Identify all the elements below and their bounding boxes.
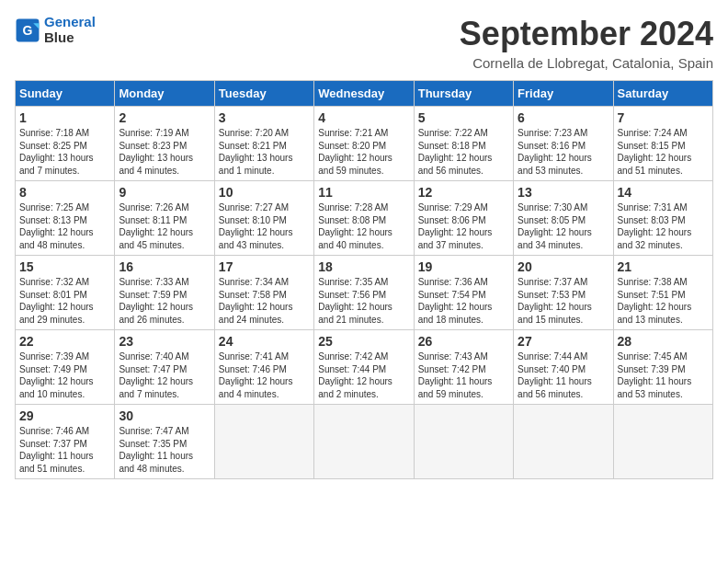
calendar-day-cell: 20Sunrise: 7:37 AMSunset: 7:53 PMDayligh…	[514, 256, 613, 330]
day-number: 21	[618, 259, 709, 274]
day-number: 20	[518, 259, 609, 274]
day-number: 15	[19, 259, 110, 274]
calendar-day-cell: 23Sunrise: 7:40 AMSunset: 7:47 PMDayligh…	[115, 330, 214, 405]
day-info: Sunrise: 7:24 AMSunset: 8:15 PMDaylight:…	[618, 127, 709, 177]
calendar-day-cell: 29Sunrise: 7:46 AMSunset: 7:37 PMDayligh…	[16, 405, 115, 479]
day-info: Sunrise: 7:30 AMSunset: 8:05 PMDaylight:…	[518, 201, 609, 251]
day-info: Sunrise: 7:42 AMSunset: 7:44 PMDaylight:…	[318, 350, 409, 400]
day-info: Sunrise: 7:35 AMSunset: 7:56 PMDaylight:…	[318, 276, 409, 326]
day-info: Sunrise: 7:20 AMSunset: 8:21 PMDaylight:…	[219, 127, 310, 177]
day-number: 22	[19, 334, 110, 349]
day-number: 26	[418, 334, 509, 349]
day-number: 29	[19, 408, 110, 423]
day-info: Sunrise: 7:25 AMSunset: 8:13 PMDaylight:…	[19, 201, 110, 251]
weekday-header-row: SundayMondayTuesdayWednesdayThursdayFrid…	[16, 81, 713, 107]
day-info: Sunrise: 7:37 AMSunset: 7:53 PMDaylight:…	[518, 276, 609, 326]
day-info: Sunrise: 7:28 AMSunset: 8:08 PMDaylight:…	[318, 201, 409, 251]
day-info: Sunrise: 7:46 AMSunset: 7:37 PMDaylight:…	[19, 425, 110, 475]
day-number: 19	[418, 259, 509, 274]
calendar-day-cell: 11Sunrise: 7:28 AMSunset: 8:08 PMDayligh…	[314, 181, 414, 256]
day-number: 6	[518, 110, 609, 125]
calendar-day-cell: 7Sunrise: 7:24 AMSunset: 8:15 PMDaylight…	[613, 107, 712, 181]
day-info: Sunrise: 7:21 AMSunset: 8:20 PMDaylight:…	[318, 127, 409, 177]
calendar-day-cell: 14Sunrise: 7:31 AMSunset: 8:03 PMDayligh…	[613, 181, 712, 256]
day-number: 9	[119, 185, 210, 200]
calendar-day-cell	[514, 405, 613, 479]
weekday-header-cell: Wednesday	[314, 81, 414, 107]
day-info: Sunrise: 7:44 AMSunset: 7:40 PMDaylight:…	[518, 350, 609, 400]
day-number: 17	[219, 259, 310, 274]
day-info: Sunrise: 7:40 AMSunset: 7:47 PMDaylight:…	[119, 350, 210, 400]
day-info: Sunrise: 7:39 AMSunset: 7:49 PMDaylight:…	[19, 350, 110, 400]
calendar-day-cell: 2Sunrise: 7:19 AMSunset: 8:23 PMDaylight…	[115, 107, 214, 181]
day-info: Sunrise: 7:29 AMSunset: 8:06 PMDaylight:…	[418, 201, 509, 251]
weekday-header-cell: Tuesday	[214, 81, 313, 107]
day-info: Sunrise: 7:22 AMSunset: 8:18 PMDaylight:…	[418, 127, 509, 177]
calendar-day-cell: 18Sunrise: 7:35 AMSunset: 7:56 PMDayligh…	[314, 256, 414, 330]
day-number: 10	[219, 185, 310, 200]
calendar-week-row: 22Sunrise: 7:39 AMSunset: 7:49 PMDayligh…	[16, 330, 713, 405]
day-number: 27	[518, 334, 609, 349]
day-info: Sunrise: 7:38 AMSunset: 7:51 PMDaylight:…	[618, 276, 709, 326]
logo: G General Blue	[15, 15, 96, 45]
day-info: Sunrise: 7:31 AMSunset: 8:03 PMDaylight:…	[618, 201, 709, 251]
calendar-week-row: 29Sunrise: 7:46 AMSunset: 7:37 PMDayligh…	[16, 405, 713, 479]
calendar-day-cell: 27Sunrise: 7:44 AMSunset: 7:40 PMDayligh…	[514, 330, 613, 405]
day-number: 25	[318, 334, 409, 349]
calendar-day-cell: 17Sunrise: 7:34 AMSunset: 7:58 PMDayligh…	[214, 256, 313, 330]
day-number: 2	[119, 110, 210, 125]
calendar-day-cell: 1Sunrise: 7:18 AMSunset: 8:25 PMDaylight…	[16, 107, 115, 181]
month-title: September 2024	[460, 15, 713, 53]
day-number: 4	[318, 110, 409, 125]
day-number: 30	[119, 408, 210, 423]
svg-text:G: G	[23, 22, 33, 37]
logo-icon: G	[15, 17, 40, 43]
calendar-table: SundayMondayTuesdayWednesdayThursdayFrid…	[15, 80, 713, 479]
calendar-day-cell	[214, 405, 313, 479]
calendar-day-cell: 4Sunrise: 7:21 AMSunset: 8:20 PMDaylight…	[314, 107, 414, 181]
calendar-week-row: 8Sunrise: 7:25 AMSunset: 8:13 PMDaylight…	[16, 181, 713, 256]
logo-text-general: General	[44, 14, 96, 29]
day-info: Sunrise: 7:34 AMSunset: 7:58 PMDaylight:…	[219, 276, 310, 326]
calendar-day-cell	[414, 405, 513, 479]
calendar-body: 1Sunrise: 7:18 AMSunset: 8:25 PMDaylight…	[16, 107, 713, 479]
day-info: Sunrise: 7:23 AMSunset: 8:16 PMDaylight:…	[518, 127, 609, 177]
calendar-day-cell: 9Sunrise: 7:26 AMSunset: 8:11 PMDaylight…	[115, 181, 214, 256]
day-number: 13	[518, 185, 609, 200]
calendar-day-cell: 28Sunrise: 7:45 AMSunset: 7:39 PMDayligh…	[613, 330, 712, 405]
calendar-day-cell: 16Sunrise: 7:33 AMSunset: 7:59 PMDayligh…	[115, 256, 214, 330]
calendar-day-cell: 22Sunrise: 7:39 AMSunset: 7:49 PMDayligh…	[16, 330, 115, 405]
calendar-day-cell	[613, 405, 712, 479]
calendar-day-cell: 25Sunrise: 7:42 AMSunset: 7:44 PMDayligh…	[314, 330, 414, 405]
day-number: 18	[318, 259, 409, 274]
location-title: Cornella de Llobregat, Catalonia, Spain	[460, 55, 713, 71]
calendar-day-cell: 6Sunrise: 7:23 AMSunset: 8:16 PMDaylight…	[514, 107, 613, 181]
calendar-day-cell: 26Sunrise: 7:43 AMSunset: 7:42 PMDayligh…	[414, 330, 513, 405]
calendar-day-cell: 30Sunrise: 7:47 AMSunset: 7:35 PMDayligh…	[115, 405, 214, 479]
weekday-header-cell: Sunday	[16, 81, 115, 107]
day-number: 28	[618, 334, 709, 349]
calendar-day-cell: 13Sunrise: 7:30 AMSunset: 8:05 PMDayligh…	[514, 181, 613, 256]
day-info: Sunrise: 7:45 AMSunset: 7:39 PMDaylight:…	[618, 350, 709, 400]
calendar-week-row: 1Sunrise: 7:18 AMSunset: 8:25 PMDaylight…	[16, 107, 713, 181]
calendar-day-cell: 3Sunrise: 7:20 AMSunset: 8:21 PMDaylight…	[214, 107, 313, 181]
calendar-week-row: 15Sunrise: 7:32 AMSunset: 8:01 PMDayligh…	[16, 256, 713, 330]
day-info: Sunrise: 7:47 AMSunset: 7:35 PMDaylight:…	[119, 425, 210, 475]
day-info: Sunrise: 7:26 AMSunset: 8:11 PMDaylight:…	[119, 201, 210, 251]
calendar-day-cell: 19Sunrise: 7:36 AMSunset: 7:54 PMDayligh…	[414, 256, 513, 330]
page-header: G General Blue September 2024 Cornella d…	[15, 15, 713, 71]
calendar-day-cell	[314, 405, 414, 479]
calendar-day-cell: 5Sunrise: 7:22 AMSunset: 8:18 PMDaylight…	[414, 107, 513, 181]
calendar-day-cell: 24Sunrise: 7:41 AMSunset: 7:46 PMDayligh…	[214, 330, 313, 405]
weekday-header-cell: Saturday	[613, 81, 712, 107]
day-number: 3	[219, 110, 310, 125]
calendar-day-cell: 8Sunrise: 7:25 AMSunset: 8:13 PMDaylight…	[16, 181, 115, 256]
calendar-day-cell: 15Sunrise: 7:32 AMSunset: 8:01 PMDayligh…	[16, 256, 115, 330]
weekday-header-cell: Monday	[115, 81, 214, 107]
day-info: Sunrise: 7:43 AMSunset: 7:42 PMDaylight:…	[418, 350, 509, 400]
day-number: 8	[19, 185, 110, 200]
day-number: 24	[219, 334, 310, 349]
day-number: 23	[119, 334, 210, 349]
day-number: 7	[618, 110, 709, 125]
day-info: Sunrise: 7:27 AMSunset: 8:10 PMDaylight:…	[219, 201, 310, 251]
